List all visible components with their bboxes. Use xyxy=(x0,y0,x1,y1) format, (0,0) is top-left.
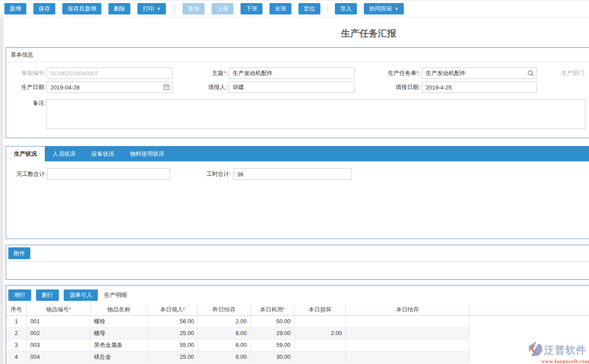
toolbar-button-collaborate[interactable]: 协同按钮▼ xyxy=(364,3,404,14)
production-date-label: 生产日期: xyxy=(10,82,46,93)
table-cell: 镁合金 xyxy=(90,351,147,363)
detail-button-delete-row[interactable]: 删行 xyxy=(36,289,59,301)
completed-total-field[interactable] xyxy=(47,168,170,180)
remark-label: 备注: xyxy=(10,97,46,109)
table-row[interactable]: 2002螺母25.008.0029.002.00 xyxy=(6,328,470,339)
vendor-url-text: www.fanpusoft.com xyxy=(528,358,589,364)
table-row[interactable]: 3003黑色金属条55.006.0059.00 xyxy=(6,339,470,351)
table-row[interactable]: 1001螺栓56.002.0050.00 xyxy=(6,316,470,328)
column-header: 本日结存 xyxy=(346,304,470,315)
remark-field[interactable] xyxy=(47,99,585,129)
table-cell: 4 xyxy=(6,351,27,363)
tab-personnel-status[interactable]: 人员状况 xyxy=(45,146,83,161)
toolbar-separator xyxy=(173,4,173,14)
search-icon[interactable] xyxy=(527,70,534,77)
subject-field[interactable] xyxy=(229,68,355,79)
vendor-brand-text: 泛普软件 xyxy=(544,343,586,357)
table-cell: 002 xyxy=(27,328,90,339)
table-cell: 25.00 xyxy=(147,351,198,363)
table-cell xyxy=(346,339,470,351)
toolbar-button-prev[interactable]: 上张 xyxy=(212,3,233,14)
table-cell: 8.00 xyxy=(198,328,251,339)
reporter-field[interactable] xyxy=(229,82,355,93)
left-gutter xyxy=(0,18,4,364)
table-cell xyxy=(346,351,470,363)
table-cell: 1 xyxy=(6,316,27,327)
detail-button-import-source[interactable]: 源单引入 xyxy=(64,289,98,301)
status-tabs-panel: 生产状况人员状况设备状况物料使用状况 完工数合计: 工时合计: xyxy=(6,146,589,239)
production-detail-panel: 增行删行源单引入生产明细 序号物品编号*物品名称本日领入*昨日结存本日耗用*本日… xyxy=(6,285,589,364)
dropdown-arrow-icon: ▼ xyxy=(157,7,161,11)
tab-equipment-status[interactable]: 设备状况 xyxy=(83,146,122,161)
column-header-filler xyxy=(470,304,589,315)
required-mark: * xyxy=(183,307,185,313)
table-cell: 3 xyxy=(6,339,27,351)
toolbar-button-import[interactable]: 导入 xyxy=(335,3,357,14)
basic-info-section-title: 基本信息 xyxy=(6,48,589,62)
column-header: 本日耗用* xyxy=(251,304,294,315)
toolbar-button-locate[interactable]: 定位 xyxy=(298,3,320,14)
column-header: 昨日结存 xyxy=(198,304,251,315)
detail-table-body: 1001螺栓56.002.0050.002002螺母25.008.0029.00… xyxy=(6,316,589,363)
table-cell: 56.00 xyxy=(147,316,198,327)
table-cell: 2 xyxy=(6,328,27,339)
work-hours-total-label: 工时合计: xyxy=(195,168,231,180)
detail-button-add-row[interactable]: 增行 xyxy=(8,289,31,301)
tab-production-status[interactable]: 生产状况 xyxy=(6,146,45,161)
toolbar: 新增保存保存且新增删除打印▼首张上张下张末张定位导入协同按钮▼ xyxy=(0,0,589,18)
toolbar-button-next[interactable]: 下张 xyxy=(241,3,262,14)
basic-info-panel: 基本信息 单据编号: 主题*: 生产任务单*: 生产部门: 生产日期: 填报人:… xyxy=(6,47,589,138)
toolbar-button-save[interactable]: 保存 xyxy=(33,3,55,14)
table-cell: 螺栓 xyxy=(90,316,147,327)
table-cell: 50.00 xyxy=(251,316,294,327)
table-cell: 6.00 xyxy=(198,339,251,351)
task-order-label: 生产任务单*: xyxy=(362,68,420,79)
toolbar-button-last[interactable]: 末张 xyxy=(269,3,291,14)
table-cell: 30.00 xyxy=(251,351,294,363)
table-cell: 25.00 xyxy=(147,328,198,339)
task-order-field[interactable] xyxy=(422,68,537,79)
column-header: 序号 xyxy=(6,304,27,315)
production-date-field[interactable] xyxy=(47,82,172,93)
table-cell xyxy=(294,316,346,327)
calendar-icon[interactable] xyxy=(163,84,170,91)
column-header: 物品名称 xyxy=(90,304,147,315)
production-task-report-page: 新增保存保存且新增删除打印▼首张上张下张末张定位导入协同按钮▼ 生产任务汇报 基… xyxy=(0,0,589,364)
table-row[interactable]: 4004镁合金25.008.0030.00 xyxy=(6,351,470,363)
column-header: 本日领入* xyxy=(147,304,198,315)
page-title: 生产任务汇报 xyxy=(341,27,396,39)
attachment-divider xyxy=(6,261,589,262)
toolbar-button-print[interactable]: 打印▼ xyxy=(137,3,166,14)
report-date-label: 填报日期: xyxy=(362,82,420,93)
toolbar-button-save-and-new[interactable]: 保存且新增 xyxy=(62,3,101,14)
required-mark: * xyxy=(283,307,285,313)
table-cell: 55.00 xyxy=(147,339,198,351)
detail-toolbar: 增行删行源单引入生产明细 xyxy=(8,289,127,301)
department-label: 生产部门: xyxy=(561,68,589,79)
dropdown-arrow-icon: ▼ xyxy=(395,7,399,11)
doc-no-label: 单据编号: xyxy=(10,68,46,79)
detail-table-header: 序号物品编号*物品名称本日领入*昨日结存本日耗用*本日损坏本日结存 xyxy=(6,304,589,316)
table-cell: 黑色金属条 xyxy=(90,339,147,351)
vendor-watermark: 泛普软件 www.fanpusoft.com xyxy=(528,342,589,364)
detail-section-label: 生产明细 xyxy=(104,291,127,299)
work-hours-total-field[interactable] xyxy=(233,168,352,180)
tab-material-usage-status[interactable]: 物料使用状况 xyxy=(122,146,172,161)
table-cell: 8.00 xyxy=(198,351,251,363)
table-cell xyxy=(294,339,346,351)
table-cell: 2.00 xyxy=(198,316,251,327)
toolbar-button-new[interactable]: 新增 xyxy=(4,3,26,14)
table-cell: 001 xyxy=(27,316,90,327)
toolbar-button-first[interactable]: 首张 xyxy=(183,3,205,14)
table-cell: 59.00 xyxy=(251,339,294,351)
report-date-field[interactable] xyxy=(422,82,537,93)
detail-table: 序号物品编号*物品名称本日领入*昨日结存本日耗用*本日损坏本日结存 1001螺栓… xyxy=(6,304,589,363)
attachment-panel: 附件 xyxy=(6,245,589,280)
toolbar-button-delete[interactable]: 删除 xyxy=(108,3,130,14)
attachment-button[interactable]: 附件 xyxy=(8,247,30,259)
table-cell: 2.00 xyxy=(294,328,346,339)
doc-no-field xyxy=(47,68,172,79)
table-cell: 29.00 xyxy=(251,328,294,339)
column-header: 物品编号* xyxy=(27,304,90,315)
vendor-logo-icon xyxy=(528,342,543,358)
